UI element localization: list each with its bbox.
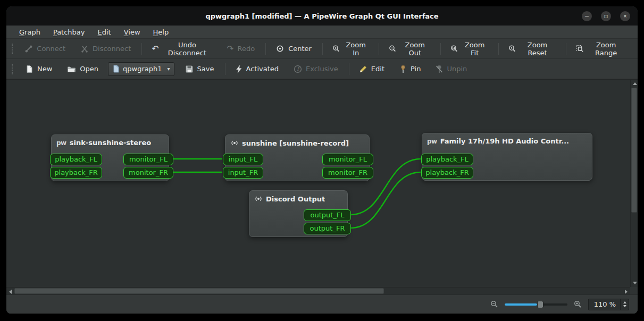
window-controls: ─ □ × — [582, 11, 630, 21]
toolbar-separator — [440, 43, 441, 55]
titlebar[interactable]: qpwgraph1 [modified] — A PipeWire Graph … — [6, 6, 638, 26]
close-button[interactable]: × — [620, 11, 630, 21]
save-icon — [185, 65, 194, 73]
zoom-out-label: Zoom Out — [400, 41, 430, 57]
menu-graph[interactable]: Graph — [13, 27, 47, 37]
pin-icon — [399, 65, 407, 73]
minimize-button[interactable]: ─ — [582, 11, 592, 21]
port-playback_FL[interactable]: playback_FL — [421, 154, 473, 165]
zoom-out-small-icon[interactable] — [490, 300, 498, 308]
node-header: pw sink-sunshine-stereo — [52, 135, 169, 149]
chevron-down-icon: ▾ — [168, 66, 170, 72]
svg-text:f: f — [297, 66, 300, 72]
menu-patchbay[interactable]: Patchbay — [47, 27, 91, 37]
unpin-button[interactable]: Unpin — [430, 62, 472, 76]
save-label: Save — [197, 65, 214, 73]
graph-canvas[interactable]: pw sink-sunshine-stereo playback_FL play… — [6, 80, 630, 287]
unpin-label: Unpin — [447, 65, 467, 73]
zoom-in-button[interactable]: Zoom In — [327, 38, 373, 60]
exclusive-icon: f — [294, 65, 302, 73]
spin-up-icon[interactable] — [623, 301, 626, 303]
port-playback_FL[interactable]: playback_FL — [50, 154, 102, 165]
zoom-out-button[interactable]: Zoom Out — [383, 38, 435, 60]
toolbar-separator — [566, 43, 566, 55]
port-monitor_FL[interactable]: monitor_FL — [322, 154, 373, 165]
zoom-range-label: Zoom Range — [587, 41, 625, 57]
zoom-percent-value[interactable]: 110 % — [589, 299, 620, 310]
vertical-scrollbar[interactable] — [630, 80, 638, 287]
zoom-percent-spinbox[interactable]: 110 % — [588, 299, 629, 310]
vertical-scrollbar-handle[interactable] — [631, 88, 637, 213]
activated-lightning-icon — [235, 65, 242, 73]
exclusive-button[interactable]: f Exclusive — [288, 62, 344, 76]
spin-down-icon[interactable] — [623, 305, 626, 307]
node-header: sunshine [sunshine-record] — [225, 135, 369, 149]
port-input_FR[interactable]: input_FR — [223, 167, 263, 179]
port-playback_FR[interactable]: playback_FR — [50, 167, 102, 179]
scroll-down-icon[interactable] — [633, 282, 637, 284]
toolbar-separator — [322, 43, 323, 55]
statusbar: 110 % — [6, 294, 638, 314]
toolbar-separator — [265, 43, 266, 55]
toolbar-separator — [498, 43, 499, 55]
zoom-out-icon — [389, 44, 396, 53]
edit-label: Edit — [371, 65, 384, 73]
activated-button[interactable]: Activated — [230, 62, 285, 76]
zoom-reset-button[interactable]: Zoom Reset — [503, 38, 561, 60]
pipewire-icon: pw — [427, 138, 437, 145]
toolbar-drag-handle[interactable] — [12, 44, 15, 54]
undo-disconnect-button[interactable]: ↶ Undo Disconnect — [146, 38, 217, 60]
app-window: qpwgraph1 [modified] — A PipeWire Graph … — [6, 6, 638, 314]
node-sunshine-record[interactable]: sunshine [sunshine-record] input_FL inpu… — [225, 134, 370, 181]
exclusive-label: Exclusive — [306, 65, 338, 73]
zoom-range-button[interactable]: Zoom Range — [571, 38, 630, 60]
open-button[interactable]: Open — [62, 62, 104, 76]
zoom-reset-icon — [508, 44, 516, 53]
menu-help[interactable]: Help — [147, 27, 175, 37]
zoom-in-small-icon[interactable] — [574, 300, 582, 308]
save-button[interactable]: Save — [180, 62, 220, 76]
patchbay-file-combobox[interactable]: qpwgraph1 ▾ — [108, 62, 174, 76]
zoom-slider[interactable] — [505, 300, 567, 309]
maximize-button[interactable]: □ — [601, 11, 611, 21]
redo-button[interactable]: ↷ Redo — [221, 42, 260, 55]
menu-label: H — [153, 28, 158, 36]
scroll-right-icon[interactable] — [625, 290, 628, 294]
menu-label: raph — [24, 28, 40, 36]
port-output_FR[interactable]: output_FR — [304, 223, 351, 234]
new-button[interactable]: New — [20, 62, 57, 76]
edit-button[interactable]: Edit — [354, 62, 390, 76]
menu-view[interactable]: View — [118, 27, 147, 37]
activated-label: Activated — [246, 65, 279, 73]
graph-toolbar: Connect Disconnect ↶ Undo Disconnect ↷ R… — [6, 39, 638, 59]
zoom-slider-handle[interactable] — [537, 301, 543, 308]
node-family-hd-audio[interactable]: pw Family 17h/19h HD Audio Contr... play… — [422, 133, 592, 181]
node-discord-output[interactable]: Discord Output output_FL output_FR — [249, 190, 348, 237]
open-label: Open — [80, 65, 98, 73]
zoom-fit-button[interactable]: Zoom Fit — [445, 38, 493, 60]
port-monitor_FR[interactable]: monitor_FR — [322, 167, 373, 179]
spinbox-arrows[interactable] — [620, 299, 629, 310]
node-sink-sunshine-stereo[interactable]: pw sink-sunshine-stereo playback_FL play… — [51, 134, 169, 181]
toolbar-drag-handle[interactable] — [12, 64, 15, 74]
patchbay-file-value: qpwgraph1 — [123, 65, 162, 73]
connect-button[interactable]: Connect — [19, 42, 71, 56]
horizontal-scrollbar-handle[interactable] — [14, 288, 384, 294]
port-monitor_FR[interactable]: monitor_FR — [123, 167, 173, 179]
port-monitor_FL[interactable]: monitor_FL — [123, 154, 173, 165]
maximize-icon: □ — [604, 12, 607, 21]
pin-button[interactable]: Pin — [394, 62, 426, 76]
node-header: pw Family 17h/19h HD Audio Contr... — [422, 133, 592, 147]
center-button[interactable]: Center — [270, 41, 317, 56]
node-title: Family 17h/19h HD Audio Contr... — [440, 137, 569, 145]
port-output_FL[interactable]: output_FL — [304, 209, 351, 221]
new-file-icon — [25, 65, 34, 73]
port-playback_FR[interactable]: playback_FR — [421, 167, 473, 179]
edit-pencil-icon — [359, 65, 367, 73]
scroll-left-icon[interactable] — [9, 290, 12, 294]
disconnect-button[interactable]: Disconnect — [75, 42, 136, 56]
scroll-up-icon[interactable] — [633, 82, 637, 85]
port-input_FL[interactable]: input_FL — [223, 154, 263, 165]
menu-edit[interactable]: Edit — [91, 27, 118, 37]
horizontal-scrollbar[interactable] — [6, 287, 630, 294]
